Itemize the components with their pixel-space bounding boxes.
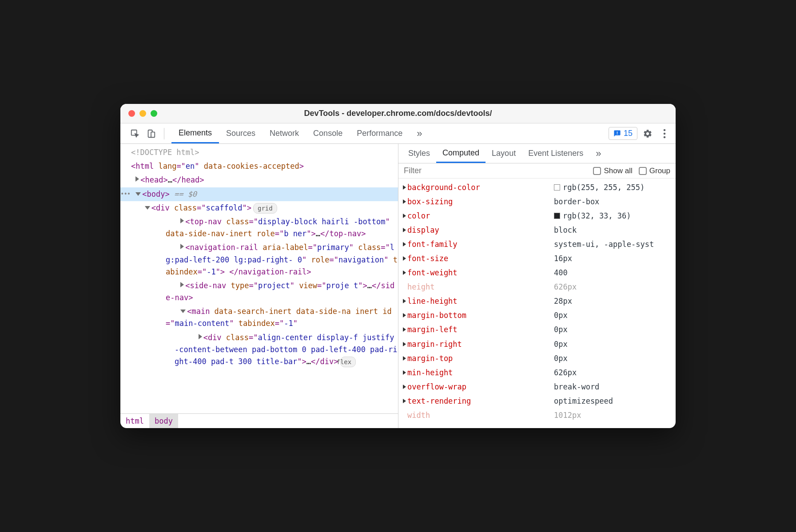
expand-icon[interactable]: [403, 270, 406, 275]
close-icon[interactable]: [128, 110, 135, 117]
device-toggle-icon[interactable]: [144, 127, 158, 140]
expand-icon[interactable]: [403, 214, 406, 218]
property-name: background-color: [407, 181, 554, 194]
window-title: DevTools - developer.chrome.com/docs/dev…: [304, 109, 492, 118]
styles-tabs: Styles Computed Layout Event Listeners »: [398, 144, 676, 163]
computed-property[interactable]: margin-right0px: [403, 337, 671, 351]
property-name: color: [407, 210, 554, 222]
expand-icon[interactable]: [403, 299, 406, 303]
issues-badge[interactable]: 15: [609, 127, 637, 140]
tab-computed[interactable]: Computed: [436, 144, 486, 163]
tab-performance[interactable]: Performance: [350, 123, 410, 143]
crumb-body[interactable]: body: [149, 414, 178, 428]
expand-icon[interactable]: [403, 342, 406, 346]
maximize-icon[interactable]: [151, 110, 157, 117]
property-value: 626px: [554, 281, 577, 293]
property-value: 16px: [554, 252, 572, 265]
computed-property[interactable]: font-familysystem-ui, -apple-syst: [403, 237, 671, 251]
svg-rect-2: [151, 132, 155, 137]
expand-icon[interactable]: [403, 199, 406, 204]
expand-icon[interactable]: [403, 327, 406, 332]
computed-property[interactable]: font-weight400: [403, 266, 671, 280]
tabs-overflow-icon[interactable]: »: [410, 123, 429, 143]
styles-tabs-overflow-icon[interactable]: »: [589, 144, 607, 163]
filter-input[interactable]: [404, 166, 587, 175]
tab-network[interactable]: Network: [263, 123, 306, 143]
expand-icon[interactable]: [403, 313, 406, 318]
computed-property[interactable]: text-renderingoptimizespeed: [403, 394, 671, 408]
property-name: font-family: [407, 238, 554, 250]
expand-icon[interactable]: [135, 176, 139, 182]
property-name: margin-top: [407, 352, 554, 365]
collapse-icon[interactable]: [135, 192, 141, 196]
flex-badge[interactable]: flex: [340, 357, 356, 367]
tab-styles[interactable]: Styles: [402, 144, 436, 163]
property-name: font-size: [407, 252, 554, 265]
computed-property[interactable]: margin-left0px: [403, 322, 671, 337]
computed-property[interactable]: box-sizingborder-box: [403, 195, 671, 209]
computed-properties: background-colorrgb(255, 255, 255)box-si…: [398, 179, 676, 424]
grid-badge[interactable]: grid: [253, 203, 277, 214]
property-value: 0px: [554, 309, 568, 322]
traffic-lights: [128, 110, 157, 117]
expand-icon[interactable]: [403, 242, 406, 246]
computed-property[interactable]: margin-top0px: [403, 351, 671, 365]
property-value: border-box: [554, 195, 599, 208]
computed-property[interactable]: line-height28px: [403, 294, 671, 308]
expand-icon[interactable]: [403, 370, 406, 375]
settings-icon[interactable]: [641, 127, 654, 140]
crumb-html[interactable]: html: [120, 414, 149, 428]
property-value: 1012px: [554, 409, 581, 421]
expand-icon[interactable]: [403, 256, 406, 261]
computed-property[interactable]: overflow-wrapbreak-word: [403, 380, 671, 394]
collapse-icon[interactable]: [180, 310, 186, 313]
show-all-checkbox[interactable]: Show all: [593, 167, 632, 175]
group-checkbox[interactable]: Group: [639, 167, 670, 175]
titlebar: DevTools - developer.chrome.com/docs/dev…: [120, 104, 676, 123]
tab-sources[interactable]: Sources: [219, 123, 263, 143]
expand-icon[interactable]: [403, 228, 406, 232]
computed-property[interactable]: displayblock: [403, 223, 671, 237]
expand-icon[interactable]: [199, 334, 202, 339]
property-value: break-word: [554, 381, 599, 393]
color-swatch-icon[interactable]: [554, 213, 560, 219]
expand-icon[interactable]: [180, 218, 184, 223]
collapse-icon[interactable]: [145, 206, 150, 210]
color-swatch-icon[interactable]: [554, 184, 560, 191]
expand-icon[interactable]: [180, 244, 184, 249]
tab-event-listeners[interactable]: Event Listeners: [522, 144, 589, 163]
computed-property[interactable]: font-size16px: [403, 251, 671, 266]
tab-console[interactable]: Console: [306, 123, 350, 143]
property-name: font-weight: [407, 266, 554, 279]
expand-icon[interactable]: [403, 385, 406, 389]
filter-row: Show all Group: [398, 163, 676, 179]
computed-property[interactable]: colorrgb(32, 33, 36): [403, 209, 671, 223]
property-value: 0px: [554, 352, 568, 365]
menu-icon[interactable]: [658, 127, 671, 140]
tab-layout[interactable]: Layout: [486, 144, 522, 163]
property-value: 400: [554, 266, 568, 279]
expand-icon[interactable]: [403, 399, 406, 403]
minimize-icon[interactable]: [139, 110, 146, 117]
main-tabs: Elements Sources Network Console Perform…: [171, 123, 429, 143]
tab-elements[interactable]: Elements: [171, 123, 219, 143]
elements-panel: <!DOCTYPE html> <html lang="en" data-coo…: [120, 144, 398, 428]
computed-property[interactable]: height626px: [403, 280, 671, 294]
styles-panel: Styles Computed Layout Event Listeners »…: [398, 144, 676, 428]
inspect-icon[interactable]: [128, 127, 142, 140]
expand-icon[interactable]: [403, 185, 406, 190]
svg-point-5: [664, 136, 666, 138]
selected-node[interactable]: <body> == $0: [120, 187, 398, 201]
computed-property[interactable]: width1012px: [403, 408, 671, 422]
expand-icon[interactable]: [403, 356, 406, 361]
doctype: <!DOCTYPE html>: [131, 148, 199, 157]
property-value: optimizespeed: [554, 395, 613, 407]
computed-property[interactable]: margin-bottom0px: [403, 308, 671, 322]
computed-property[interactable]: min-height626px: [403, 365, 671, 380]
property-value: 28px: [554, 295, 572, 307]
computed-property[interactable]: background-colorrgb(255, 255, 255): [403, 180, 671, 195]
property-value: 0px: [554, 338, 568, 350]
expand-icon[interactable]: [180, 282, 184, 287]
dom-tree[interactable]: <!DOCTYPE html> <html lang="en" data-coo…: [120, 144, 398, 413]
issues-count: 15: [624, 129, 633, 138]
